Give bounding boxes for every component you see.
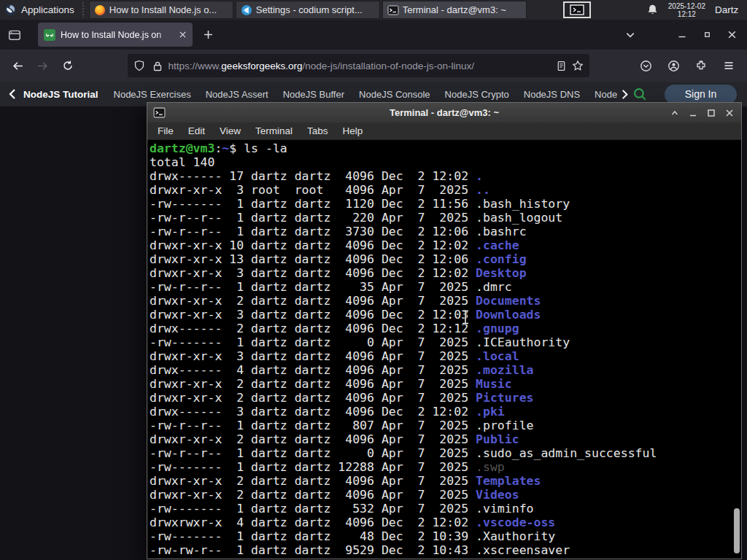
window-minimize-button[interactable] <box>670 24 694 46</box>
menu-help[interactable]: Help <box>336 125 371 136</box>
ls-entry: drwxr-xr-x 2 dartz dartz 4096 Apr 7 2025… <box>150 488 741 502</box>
tab-bar: How to Install Node.js on <box>0 20 747 50</box>
tab-close-icon[interactable] <box>179 31 187 39</box>
navigation-toolbar: https://www.geeksforgeeks.org/node-js/in… <box>0 50 747 82</box>
ls-entry: -rw------- 1 dartz dartz 532 Apr 7 2025 … <box>150 502 741 516</box>
ls-entry: -rw-r--r-- 1 dartz dartz 220 Apr 7 2025 … <box>150 211 741 225</box>
ls-entry: drwx------ 2 dartz dartz 4096 Dec 2 12:1… <box>150 322 741 335</box>
nav-link-nodejs-tutorial[interactable]: NodeJS Tutorial <box>23 89 98 100</box>
ls-entry: -rw------- 1 dartz dartz 48 Dec 2 10:39 … <box>150 529 741 543</box>
nav-forward-chevron-icon[interactable] <box>620 89 630 100</box>
menu-tabs[interactable]: Tabs <box>300 125 336 136</box>
ls-entry: drwx------ 3 dartz dartz 4096 Dec 2 12:0… <box>150 405 741 419</box>
terminal-maximize-button[interactable] <box>705 107 717 119</box>
taskbar-button-label: Settings - codium script... <box>256 4 375 15</box>
account-icon <box>667 60 680 72</box>
ls-entry: -rw-r--r-- 1 dartz dartz 807 Apr 7 2025 … <box>150 419 741 432</box>
ls-entry: drwxr-xr-x 10 dartz dartz 4096 Dec 2 12:… <box>150 238 741 252</box>
ls-entry: -rw-rw-r-- 1 dartz dartz 9529 Dec 2 10:4… <box>150 543 741 557</box>
ls-entry: drwxr-xr-x 2 dartz dartz 4096 Apr 7 2025… <box>150 432 741 446</box>
ls-entry: drwxr-xr-x 2 dartz dartz 4096 Apr 7 2025… <box>150 377 741 391</box>
back-button[interactable] <box>6 54 31 77</box>
ls-entry: drwxr-xr-x 3 dartz dartz 4096 Dec 2 12:0… <box>150 266 741 280</box>
menu-view[interactable]: View <box>212 125 248 136</box>
terminal-shade-button[interactable] <box>669 107 681 119</box>
app-menu-button[interactable] <box>716 54 741 77</box>
terminal-scrollbar[interactable] <box>734 508 740 553</box>
nav-link-nodejs-dns[interactable]: NodeJS DNS <box>524 89 580 100</box>
terminal-menu-bar: File Edit View Terminal Tabs Help <box>147 122 741 140</box>
reload-button[interactable] <box>55 54 80 77</box>
terminal-title: Terminal - dartz@vm3: ~ <box>147 107 741 118</box>
list-all-tabs-button[interactable] <box>619 24 642 46</box>
clock-date: 2025-12-02 <box>668 2 705 10</box>
minimize-icon <box>689 109 697 117</box>
maximize-icon <box>703 31 711 39</box>
nav-link-nodejs-exercises[interactable]: NodeJS Exercises <box>114 89 191 100</box>
window-close-button[interactable] <box>719 24 744 46</box>
ls-entry: drwxrwxr-x 4 dartz dartz 4096 Dec 2 12:0… <box>150 516 741 529</box>
pocket-button[interactable] <box>633 54 658 77</box>
nav-back-chevron-icon[interactable] <box>7 88 18 100</box>
ls-entry: drwxr-xr-x 3 dartz dartz 4096 Apr 7 2025… <box>150 349 741 363</box>
xubuntu-logo-icon <box>4 4 17 16</box>
geeksforgeeks-favicon <box>44 29 55 41</box>
ls-entry: drwxr-xr-x 2 dartz dartz 4096 Apr 7 2025… <box>150 391 741 405</box>
lock-icon[interactable] <box>152 61 163 71</box>
tracking-shield-icon[interactable] <box>133 60 145 71</box>
nav-link-nodejs-buffer[interactable]: NodeJS Buffer <box>283 89 344 100</box>
bookmark-star-icon[interactable] <box>572 60 584 71</box>
terminal-icon <box>387 4 399 16</box>
account-button[interactable] <box>661 54 686 77</box>
taskbar-button-terminal[interactable]: Terminal - dartz@vm3: ~ <box>382 1 527 19</box>
reader-mode-icon[interactable] <box>556 61 567 71</box>
forward-button[interactable] <box>31 54 55 77</box>
applications-menu[interactable]: Applications <box>0 0 80 20</box>
extensions-button[interactable] <box>689 54 713 77</box>
terminal-mini-icon <box>570 4 584 15</box>
ls-entry: drwx------ 4 dartz dartz 4096 Apr 7 2025… <box>150 363 741 377</box>
ls-entry: drwxr-xr-x 3 dartz dartz 4096 Dec 2 12:0… <box>150 308 741 322</box>
terminal-prompt-line: dartz@vm3:~$ ls -la <box>150 141 741 155</box>
minimize-icon <box>678 31 686 39</box>
browser-tab[interactable]: How to Install Node.js on <box>38 23 193 47</box>
workspace-switcher[interactable] <box>563 1 591 18</box>
clock[interactable]: 2025-12-02 12:12 <box>668 2 705 18</box>
nav-link-node-truncated[interactable]: Node <box>595 89 617 100</box>
taskbar-button-firefox[interactable]: How to Install Node.js o... <box>89 1 233 19</box>
taskbar-button-codium[interactable]: Settings - codium script... <box>236 1 380 19</box>
menu-edit[interactable]: Edit <box>181 125 212 136</box>
new-tab-button[interactable] <box>197 24 219 46</box>
ls-entry: drwx------ 17 dartz dartz 4096 Dec 2 12:… <box>150 169 741 183</box>
ls-entry: drwxr-xr-x 2 dartz dartz 4096 Apr 7 2025… <box>150 474 741 488</box>
sign-in-button[interactable]: Sign In <box>665 85 737 104</box>
reload-icon <box>62 60 74 71</box>
menu-terminal[interactable]: Terminal <box>248 125 300 136</box>
url-bar[interactable]: https://www.geeksforgeeks.org/node-js/in… <box>128 54 589 77</box>
terminal-output[interactable]: dartz@vm3:~$ ls -latotal 140drwx------ 1… <box>147 140 741 559</box>
menu-file[interactable]: File <box>150 125 181 136</box>
plus-icon <box>204 30 213 39</box>
top-panel: Applications How to Install Node.js o...… <box>0 0 747 20</box>
panel-separator <box>80 2 86 18</box>
text-cursor-pointer <box>460 309 471 325</box>
applications-label: Applications <box>21 4 74 15</box>
window-maximize-button[interactable] <box>694 24 719 46</box>
terminal-close-button[interactable] <box>724 107 735 119</box>
nav-link-nodejs-assert[interactable]: NodeJS Assert <box>206 89 268 100</box>
ls-entry: drwxr-xr-x 2 dartz dartz 4096 Apr 7 2025… <box>150 294 741 308</box>
terminal-minimize-button[interactable] <box>687 107 699 119</box>
terminal-window: Terminal - dartz@vm3: ~ File Edit View T… <box>147 102 742 559</box>
tab-title: How to Install Node.js on <box>61 30 174 40</box>
terminal-title-bar[interactable]: Terminal - dartz@vm3: ~ <box>147 103 741 122</box>
puzzle-icon <box>695 60 707 71</box>
gfg-links: NodeJS Tutorial NodeJS Exercises NodeJS … <box>23 89 630 100</box>
notification-bell-icon[interactable] <box>646 4 659 16</box>
user-menu[interactable]: Dartz <box>715 4 738 15</box>
firefox-view-button[interactable] <box>3 24 26 46</box>
ls-entry: -rw------- 1 dartz dartz 1120 Dec 2 11:5… <box>150 197 741 211</box>
ls-entry: -rw-r--r-- 1 dartz dartz 3730 Dec 2 12:0… <box>150 225 741 238</box>
search-icon[interactable] <box>632 87 647 101</box>
nav-link-nodejs-crypto[interactable]: NodeJS Crypto <box>445 89 509 100</box>
nav-link-nodejs-console[interactable]: NodeJS Console <box>359 89 430 100</box>
